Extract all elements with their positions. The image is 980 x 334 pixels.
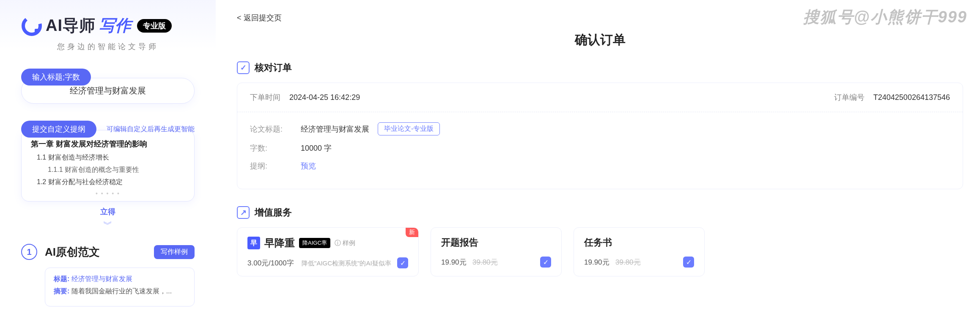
wordcount-label: 字数: <box>250 143 301 153</box>
logo-text-write: 写作 <box>99 15 131 36</box>
main-layout: AI导师 写作 专业版 您身边的智能论文导师 输入标题;字数 经济管理与财富发展… <box>0 0 980 334</box>
outline-hint: 可编辑自定义后再生成更智能 <box>107 125 195 134</box>
pro-badge: 专业版 <box>137 19 172 33</box>
service-price: 19.90元 <box>441 258 467 266</box>
order-card: 下单时间 2024-04-25 16:42:29 订单编号 T240425002… <box>237 83 963 189</box>
topic-label: 论文标题: <box>250 124 301 134</box>
new-badge: 新 <box>406 228 418 237</box>
checklist-icon: ✓ <box>237 61 250 74</box>
logo: AI导师 写作 专业版 <box>21 15 195 36</box>
svg-rect-1 <box>35 29 39 33</box>
step-number: 1 <box>21 244 37 260</box>
sample-header: 1 AI原创范文 写作样例 <box>21 244 195 260</box>
service-checkbox[interactable]: ✓ <box>540 257 551 268</box>
topic-value: 经济管理与财富发展 <box>301 124 369 134</box>
wordcount-value: 10000 字 <box>301 143 332 153</box>
services-row: 新 早 早降重 降AIGC率 ⓘ 样例 3.00元/1000字 降低"AIGC检… <box>237 227 963 276</box>
watermark: 搜狐号@小熊饼干999 <box>803 6 967 28</box>
sample-button[interactable]: 写作样例 <box>154 245 195 259</box>
order-no-label: 订单编号 <box>834 93 865 102</box>
service-title: 任务书 <box>584 236 694 249</box>
section-verify-label: 核对订单 <box>255 61 292 74</box>
service-old-price: 39.80元 <box>472 258 498 266</box>
example-link[interactable]: ⓘ 样例 <box>335 239 355 247</box>
sample-topic-label: 标题: <box>54 275 69 282</box>
service-opening-report[interactable]: 开题报告 19.90元 39.80元 ✓ <box>431 227 562 276</box>
back-link[interactable]: < 返回提交页 <box>237 13 282 23</box>
get-link[interactable]: 立得 <box>21 207 195 217</box>
service-logo-icon: 早 <box>247 237 260 249</box>
service-desc: 降低"AIGC检测系统"的AI疑似率 <box>302 259 391 267</box>
right-panel: < 返回提交页 确认订单 ✓ 核对订单 下单时间 2024-04-25 16:4… <box>216 0 980 334</box>
service-logo-text: 早降重 <box>264 236 295 250</box>
services-icon: ↗ <box>237 206 250 219</box>
service-tag: 降AIGC率 <box>299 238 330 248</box>
input-label-pill: 输入标题;字数 <box>21 69 91 86</box>
section-addon-services: ↗ 增值服务 <box>237 206 963 219</box>
section-verify-order: ✓ 核对订单 <box>237 61 963 74</box>
sample-card: 标题: 经济管理与财富发展 摘要: 随着我国金融行业的飞速发展，... <box>45 268 195 306</box>
outline-more: • • • • • <box>31 190 185 197</box>
sample-abstract-value: 随着我国金融行业的飞速发展，... <box>71 287 172 295</box>
left-panel: AI导师 写作 专业版 您身边的智能论文导师 输入标题;字数 经济管理与财富发展… <box>0 0 216 334</box>
page-title: 确认订单 <box>237 31 963 49</box>
logo-icon <box>21 15 42 36</box>
service-old-price: 39.80元 <box>615 258 641 266</box>
service-checkbox[interactable]: ✓ <box>397 257 408 268</box>
input-section: 输入标题;字数 经济管理与财富发展 <box>21 69 195 104</box>
service-price: 3.00元/1000字 <box>247 259 294 267</box>
outline-label: 提纲: <box>250 161 301 171</box>
outline-label-pill: 提交自定义提纲 <box>21 121 96 138</box>
outline-sec: 1.1 财富创造与经济增长 <box>37 153 185 162</box>
outline-chapter: 第一章 财富发展对经济管理的影响 <box>31 139 185 149</box>
logo-text-main: AI导师 <box>46 15 96 36</box>
question-icon: ⓘ <box>335 239 341 247</box>
sample-title: AI原创范文 <box>45 245 146 259</box>
outline-card[interactable]: 第一章 财富发展对经济管理的影响 1.1 财富创造与经济增长 1.1.1 财富创… <box>21 130 195 202</box>
outline-section: 提交自定义提纲 可编辑自定义后再生成更智能 第一章 财富发展对经济管理的影响 1… <box>21 121 195 231</box>
service-title: 开题报告 <box>441 236 551 249</box>
preview-link[interactable]: 预览 <box>301 161 316 171</box>
slogan: 您身边的智能论文导师 <box>21 41 195 52</box>
section-addon-label: 增值服务 <box>255 206 292 219</box>
paper-type-tag: 毕业论文-专业版 <box>378 122 440 135</box>
sample-topic-value: 经济管理与财富发展 <box>71 275 132 282</box>
service-checkbox[interactable]: ✓ <box>683 257 694 268</box>
service-aigc-reduce[interactable]: 新 早 早降重 降AIGC率 ⓘ 样例 3.00元/1000字 降低"AIGC检… <box>237 227 419 276</box>
chevron-down-icon: ︾ <box>21 218 195 231</box>
outline-sec: 1.2 财富分配与社会经济稳定 <box>37 178 185 187</box>
sample-abstract-label: 摘要: <box>54 287 69 295</box>
outline-subsec: 1.1.1 财富创造的概念与重要性 <box>48 166 185 174</box>
service-price: 19.90元 <box>584 258 609 266</box>
order-no-value: T24042500264137546 <box>873 93 950 102</box>
order-time-label: 下单时间 <box>250 93 280 102</box>
order-time-value: 2024-04-25 16:42:29 <box>289 93 360 102</box>
service-task-book[interactable]: 任务书 19.90元 39.80元 ✓ <box>574 227 705 276</box>
